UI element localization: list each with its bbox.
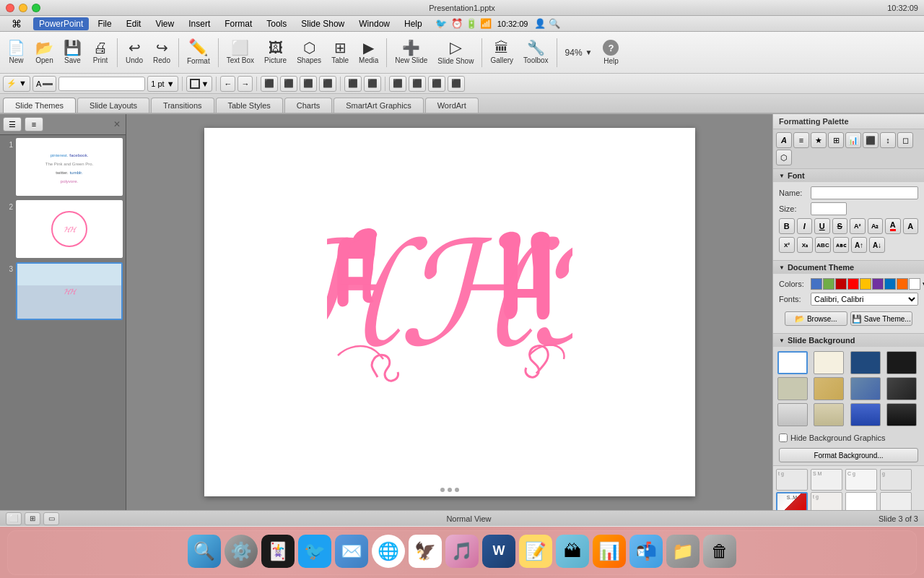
- dock-photos[interactable]: 🦅: [409, 535, 442, 568]
- fonts-select[interactable]: Calibri, Calibri: [811, 293, 918, 306]
- slide-1-item[interactable]: 1 pinterest. facebook. The Pink and Gree…: [3, 138, 123, 196]
- smallcaps-button[interactable]: ᴀʙᴄ: [833, 237, 849, 253]
- open-button[interactable]: 📂 Open: [31, 38, 58, 67]
- dock-finder[interactable]: 🔍: [188, 535, 221, 568]
- bg-dark-grad[interactable]: [886, 377, 917, 400]
- menu-tools[interactable]: Tools: [261, 17, 292, 30]
- swatch-white[interactable]: [909, 278, 920, 290]
- palette-tool-list[interactable]: ≡: [793, 132, 809, 148]
- underline-button[interactable]: U: [814, 218, 830, 234]
- italic-button[interactable]: I: [797, 218, 813, 234]
- line-color-btn[interactable]: ▼: [186, 76, 213, 92]
- theme-thumb-2[interactable]: S M: [811, 469, 842, 491]
- menu-insert[interactable]: Insert: [183, 17, 216, 30]
- tab-slide-layouts[interactable]: Slide Layouts: [77, 98, 149, 113]
- bg-warm-gray[interactable]: [814, 403, 844, 426]
- outline-view-btn2[interactable]: ▭: [43, 512, 59, 525]
- format-background-button[interactable]: Format Background...: [779, 448, 918, 462]
- normal-view-btn[interactable]: ⬜: [6, 512, 22, 525]
- distribute-h-btn[interactable]: ⬛: [344, 76, 362, 92]
- dock-folder[interactable]: 📁: [666, 535, 699, 568]
- slide-3-thumbnail[interactable]: 𝓗𝓗: [16, 262, 123, 320]
- bg-cream[interactable]: [814, 351, 844, 374]
- dock-system-prefs[interactable]: ⚙️: [225, 535, 258, 568]
- bg-black[interactable]: [886, 351, 917, 374]
- menu-powerpoint[interactable]: PowerPoint: [33, 17, 89, 30]
- hide-bg-checkbox[interactable]: [779, 434, 788, 442]
- menu-file[interactable]: File: [92, 17, 117, 30]
- order-front-btn[interactable]: ⬛: [428, 76, 445, 92]
- format-style-btn[interactable]: ⚡ ▼: [3, 76, 30, 92]
- slide-2-thumbnail[interactable]: 𝓗𝓗: [16, 200, 123, 258]
- highlight-button[interactable]: A: [903, 218, 919, 234]
- outline-view-btn[interactable]: ≡: [25, 117, 43, 131]
- theme-thumb-8[interactable]: [880, 492, 912, 510]
- dock-itunes[interactable]: 🎵: [445, 535, 479, 568]
- bg-blue-grad[interactable]: [850, 377, 881, 400]
- bg-tan[interactable]: [777, 377, 808, 400]
- swatch-blue[interactable]: [811, 278, 822, 290]
- font-color-button[interactable]: A: [885, 218, 901, 234]
- save-button[interactable]: 💾 Save: [59, 38, 86, 67]
- slides-view-btn[interactable]: ☰: [3, 117, 22, 131]
- undo-button[interactable]: ↩ Undo: [121, 38, 147, 67]
- palette-tool-chart[interactable]: 📊: [845, 132, 861, 148]
- bold-button[interactable]: B: [779, 218, 795, 234]
- save-theme-button[interactable]: 💾 Save Theme...: [850, 311, 913, 326]
- menu-edit[interactable]: Edit: [121, 17, 147, 30]
- bg-near-black[interactable]: [886, 403, 917, 426]
- swatch-sky-blue[interactable]: [884, 278, 896, 290]
- dock-mail[interactable]: 📬: [629, 535, 663, 568]
- palette-tool-shape[interactable]: ⬡: [776, 150, 792, 165]
- palette-tool-align[interactable]: ⬛: [863, 132, 879, 148]
- zoom-control[interactable]: 94% ▼: [561, 45, 597, 61]
- slide-show-button[interactable]: ▷ Slide Show: [433, 37, 478, 68]
- font-size-btn[interactable]: 1 pt ▼: [147, 76, 178, 92]
- arrow-left-btn[interactable]: ←: [220, 76, 235, 92]
- tab-wordart[interactable]: WordArt: [425, 98, 479, 113]
- slide-canvas[interactable]: ℋℋℛ: [204, 128, 695, 496]
- shapes-button[interactable]: ⬡ Shapes: [292, 38, 326, 67]
- menu-view[interactable]: View: [149, 17, 180, 30]
- bg-gold[interactable]: [814, 377, 844, 400]
- menu-help[interactable]: Help: [398, 17, 428, 30]
- format-button[interactable]: ✏️ Format: [183, 37, 214, 68]
- toolbox-button[interactable]: 🔧 Toolbox: [519, 38, 552, 67]
- dock-keynote[interactable]: 📊: [593, 535, 626, 568]
- media-button[interactable]: ▶ Media: [354, 38, 383, 67]
- font-name-field[interactable]: [811, 186, 918, 199]
- ungroup-btn[interactable]: ⬛: [409, 76, 426, 92]
- dock-chrome[interactable]: 🌐: [372, 535, 405, 568]
- tab-slide-themes[interactable]: Slide Themes: [3, 98, 76, 113]
- apple-menu[interactable]: ⌘: [6, 17, 27, 31]
- format-color-btn[interactable]: A: [32, 76, 56, 92]
- grid-view-btn[interactable]: ⊞: [25, 512, 40, 525]
- tab-charts[interactable]: Charts: [284, 98, 332, 113]
- slide-3-item[interactable]: 3 𝓗𝓗: [3, 262, 123, 320]
- slide-2-item[interactable]: 2 𝓗𝓗: [3, 200, 123, 258]
- dock-solitaire[interactable]: 🃏: [261, 535, 295, 568]
- palette-tool-size[interactable]: ↕: [880, 132, 896, 148]
- new-button[interactable]: 📄 New: [3, 38, 30, 67]
- align-right-btn[interactable]: ⬛: [300, 76, 317, 92]
- textbox-button[interactable]: ⬜ Text Box: [222, 38, 258, 67]
- gallery-button[interactable]: 🏛 Gallery: [486, 38, 518, 67]
- redo-button[interactable]: ↪ Redo: [149, 38, 175, 67]
- strikethrough-button[interactable]: S: [832, 218, 848, 234]
- close-button[interactable]: [6, 4, 14, 12]
- dock-word[interactable]: W: [482, 535, 515, 568]
- superscript-button[interactable]: A²: [850, 218, 866, 234]
- theme-thumb-6[interactable]: t g: [811, 492, 842, 510]
- palette-tool-shadow[interactable]: ◻: [897, 132, 913, 148]
- palette-tool-grid[interactable]: ⊞: [828, 132, 844, 148]
- dock-twitter[interactable]: 🐦: [298, 535, 331, 568]
- theme-thumb-5[interactable]: S..M: [776, 492, 808, 510]
- theme-thumb-3[interactable]: C g: [845, 469, 877, 491]
- document-theme-header[interactable]: ▼ Document Theme: [773, 261, 924, 274]
- font-name-input[interactable]: [58, 77, 145, 91]
- increase-font-btn[interactable]: A↑: [851, 237, 867, 253]
- dock-trash[interactable]: 🗑: [703, 535, 736, 568]
- panel-close-btn[interactable]: ✕: [111, 118, 123, 130]
- new-slide-button[interactable]: ➕ New Slide: [391, 38, 432, 67]
- font-size-field[interactable]: [811, 202, 847, 215]
